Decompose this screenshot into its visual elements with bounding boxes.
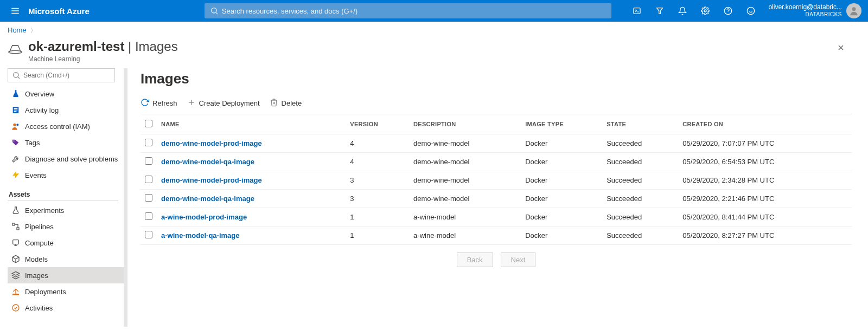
nav-deployments[interactable]: Deployments (8, 283, 124, 300)
row-image-type: Docker (521, 190, 602, 208)
topbar-icon-tray (626, 0, 762, 22)
svg-point-26 (16, 124, 18, 126)
directory-filter-icon[interactable] (649, 0, 671, 22)
nav-diagnose[interactable]: Diagnose and solve problems (8, 151, 124, 167)
select-all-checkbox[interactable] (145, 120, 152, 127)
row-version: 4 (346, 153, 409, 171)
table-row[interactable]: demo-wine-model-prod-image4demo-wine-mod… (141, 134, 852, 153)
table-row[interactable]: demo-wine-model-qa-image4demo-wine-model… (141, 153, 852, 171)
create-deployment-button[interactable]: Create Deployment (187, 98, 260, 108)
ml-workspace-icon (8, 42, 23, 56)
nav-label: Tags (25, 139, 40, 147)
page-title: ok-azureml-test | Images (28, 39, 832, 54)
nav-images[interactable]: Images (8, 267, 124, 283)
avatar (846, 3, 861, 18)
svg-rect-31 (13, 240, 19, 244)
lightning-icon (11, 170, 21, 180)
svg-point-19 (14, 73, 18, 77)
svg-rect-35 (13, 294, 19, 295)
plus-icon (187, 98, 196, 108)
col-name[interactable]: NAME (157, 114, 346, 134)
row-checkbox[interactable] (145, 212, 152, 220)
nav-models[interactable]: Models (8, 251, 124, 267)
nav-label: Diagnose and solve problems (25, 155, 118, 163)
nav-label: Activities (25, 304, 53, 312)
pager-next-button[interactable]: Next (501, 253, 536, 267)
settings-icon[interactable] (694, 0, 716, 22)
row-state: Succeeded (602, 153, 678, 171)
nav-tags[interactable]: Tags (8, 134, 124, 151)
row-name[interactable]: demo-wine-model-qa-image (157, 190, 346, 208)
cloudshell-icon[interactable] (626, 0, 648, 22)
resource-type: Machine Learning (28, 55, 832, 63)
breadcrumb: Home 〉 (0, 22, 868, 36)
nav-events[interactable]: Events (8, 167, 124, 183)
refresh-icon (141, 98, 149, 108)
row-image-type: Docker (521, 171, 602, 190)
nav-overview[interactable]: Overview (8, 86, 124, 102)
close-blade-button[interactable] (832, 39, 850, 56)
brand-label[interactable]: Microsoft Azure (26, 7, 96, 16)
svg-marker-28 (12, 171, 19, 178)
row-created-on: 05/29/2020, 7:07:07 PM UTC (678, 134, 852, 153)
topbar: Microsoft Azure oliver.koerni (0, 0, 868, 22)
col-state[interactable]: STATE (602, 114, 678, 134)
col-created-on[interactable]: CREATED ON (678, 114, 852, 134)
row-name[interactable]: a-wine-model-qa-image (157, 227, 346, 245)
col-description[interactable]: DESCRIPTION (409, 114, 521, 134)
notifications-icon[interactable] (672, 0, 693, 22)
row-created-on: 05/29/2020, 2:34:28 PM UTC (678, 171, 852, 190)
images-table: NAME VERSION DESCRIPTION IMAGE TYPE STAT… (141, 114, 852, 245)
divider (8, 200, 118, 201)
main-heading: Images (141, 70, 852, 87)
layers-icon (11, 270, 21, 280)
nav-activity-log[interactable]: Activity log (8, 102, 124, 118)
table-row[interactable]: demo-wine-model-qa-image3demo-wine-model… (141, 190, 852, 208)
hamburger-button[interactable] (4, 0, 26, 22)
nav-experiments[interactable]: Experiments (8, 202, 124, 218)
nav-activities[interactable]: Activities (8, 300, 124, 316)
svg-point-11 (748, 7, 755, 14)
row-name[interactable]: demo-wine-model-qa-image (157, 153, 346, 171)
section-name: Images (135, 39, 178, 54)
pager-back-button[interactable]: Back (457, 253, 493, 267)
user-email: oliver.koernig@databric... (768, 4, 842, 11)
refresh-button[interactable]: Refresh (141, 98, 177, 108)
nav-pipelines[interactable]: Pipelines (8, 218, 124, 235)
help-icon[interactable] (717, 0, 739, 22)
nav-label: Compute (25, 239, 54, 247)
col-image-type[interactable]: IMAGE TYPE (521, 114, 602, 134)
svg-point-14 (852, 7, 856, 11)
row-name[interactable]: demo-wine-model-prod-image (157, 171, 346, 190)
scrollbar[interactable] (124, 68, 127, 327)
delete-button[interactable]: Delete (270, 98, 302, 108)
row-name[interactable]: demo-wine-model-prod-image (157, 134, 346, 153)
row-description: a-wine-model (409, 208, 521, 227)
table-row[interactable]: demo-wine-model-prod-image3demo-wine-mod… (141, 171, 852, 190)
account-menu[interactable]: oliver.koernig@databric... DATABRICKS (762, 3, 864, 18)
row-version: 1 (346, 227, 409, 245)
menu-search-input[interactable] (8, 68, 115, 82)
nav-compute[interactable]: Compute (8, 235, 124, 251)
col-version[interactable]: VERSION (346, 114, 409, 134)
tag-icon (11, 138, 21, 147)
row-checkbox[interactable] (145, 176, 152, 183)
row-image-type: Docker (521, 227, 602, 245)
svg-line-4 (216, 12, 218, 14)
row-name[interactable]: a-wine-model-prod-image (157, 208, 346, 227)
nav-access-control[interactable]: Access control (IAM) (8, 118, 124, 134)
row-description: demo-wine-model (409, 171, 521, 190)
table-row[interactable]: a-wine-model-qa-image1a-wine-modelDocker… (141, 227, 852, 245)
global-search-input[interactable] (205, 3, 611, 18)
table-row[interactable]: a-wine-model-prod-image1a-wine-modelDock… (141, 208, 852, 227)
row-checkbox[interactable] (145, 231, 152, 238)
feedback-icon[interactable] (740, 0, 762, 22)
svg-rect-22 (14, 108, 18, 109)
row-checkbox[interactable] (145, 157, 152, 165)
breadcrumb-home[interactable]: Home (8, 26, 27, 34)
row-checkbox[interactable] (145, 139, 152, 146)
row-state: Succeeded (602, 227, 678, 245)
row-version: 1 (346, 208, 409, 227)
nav-label: Events (25, 171, 47, 179)
row-checkbox[interactable] (145, 194, 152, 202)
